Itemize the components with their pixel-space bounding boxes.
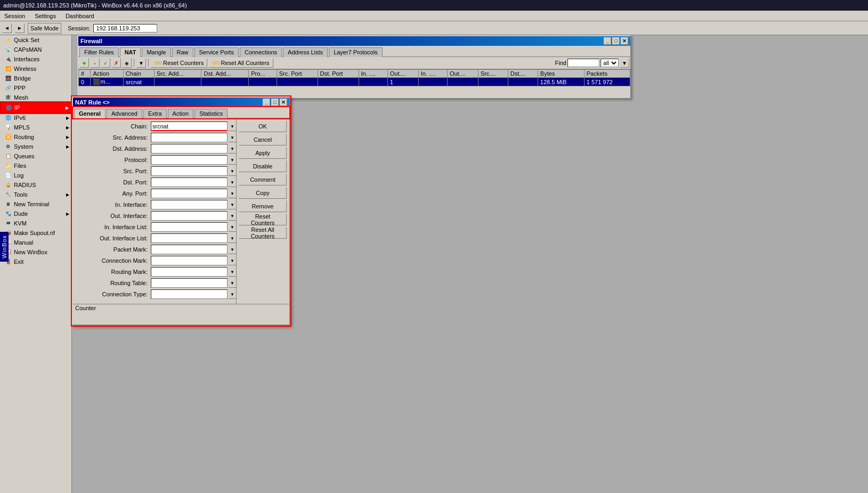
reset-counters-button[interactable]: Reset Counters xyxy=(239,214,287,225)
nat-maximize[interactable]: □ xyxy=(271,99,279,106)
nat-close[interactable]: ✕ xyxy=(280,99,287,106)
out-interface-dropdown-btn[interactable]: ▼ xyxy=(228,211,236,221)
protocol-dropdown-btn[interactable]: ▼ xyxy=(228,155,236,165)
reset-all-counters-button[interactable]: Reset All Counters xyxy=(239,227,287,239)
filter-button[interactable]: ▼ xyxy=(136,58,146,68)
disable-button[interactable]: Disable xyxy=(239,160,287,172)
sidebar-item-log[interactable]: 📄 Log xyxy=(0,171,71,180)
firewall-maximize[interactable]: □ xyxy=(612,37,620,45)
sidebar-item-interfaces[interactable]: 🔌 Interfaces xyxy=(0,54,71,64)
sidebar-item-wireless[interactable]: 📶 Wireless xyxy=(0,64,71,74)
nat-tab-statistics[interactable]: Statistics xyxy=(194,109,228,118)
out-interface-list-dropdown-btn[interactable]: ▼ xyxy=(228,233,236,243)
in-interface-list-input[interactable] xyxy=(151,222,228,232)
src-port-dropdown-btn[interactable]: ▼ xyxy=(228,166,236,176)
copy-rule-button[interactable]: ◈ xyxy=(122,58,132,68)
cancel-button[interactable]: Cancel xyxy=(239,134,287,146)
menu-settings[interactable]: Settings xyxy=(33,12,58,20)
sidebar-item-kvm[interactable]: 💻 KVM xyxy=(0,219,71,228)
sidebar-item-routing[interactable]: 🔀 Routing ▶ xyxy=(0,132,71,142)
routing-table-dropdown-btn[interactable]: ▼ xyxy=(228,278,236,288)
table-row[interactable]: 0 ⬛m... srcnat 1 xyxy=(79,78,630,86)
find-options[interactable]: all xyxy=(601,59,619,67)
connection-mark-dropdown-btn[interactable]: ▼ xyxy=(228,256,236,265)
src-address-input[interactable] xyxy=(151,133,228,142)
firewall-minimize[interactable]: _ xyxy=(604,37,611,45)
src-port-input[interactable] xyxy=(151,166,228,176)
nat-tab-general[interactable]: General xyxy=(74,109,106,118)
routing-mark-dropdown-btn[interactable]: ▼ xyxy=(228,267,236,277)
sidebar-item-quick-set[interactable]: ⚡ Quick Set xyxy=(0,35,71,45)
packet-mark-input[interactable] xyxy=(151,245,228,254)
chain-dropdown-btn[interactable]: ▼ xyxy=(228,122,236,131)
sidebar-item-make-supout[interactable]: 📦 Make Supout.rif xyxy=(0,228,71,238)
tab-layer7-protocols[interactable]: Layer7 Protocols xyxy=(329,47,383,57)
routing-mark-input[interactable] xyxy=(151,267,228,277)
sidebar-item-system[interactable]: ⚙ System ▶ xyxy=(0,142,71,151)
firewall-close[interactable]: ✕ xyxy=(621,37,628,45)
out-interface-list-input[interactable] xyxy=(151,233,228,243)
sidebar-item-dude[interactable]: 🐾 Dude ▶ xyxy=(0,209,71,219)
remove-rule-button[interactable]: - xyxy=(90,58,100,68)
tab-nat[interactable]: NAT xyxy=(120,47,141,57)
in-interface-input[interactable] xyxy=(151,200,228,209)
tab-address-lists[interactable]: Address Lists xyxy=(283,47,328,57)
tab-filter-rules[interactable]: Filter Rules xyxy=(79,47,119,57)
nat-minimize[interactable]: _ xyxy=(263,99,270,106)
menu-dashboard[interactable]: Dashboard xyxy=(63,12,96,20)
sidebar-item-ip[interactable]: 🌐 IP ▶ xyxy=(0,102,71,113)
any-port-dropdown-btn[interactable]: ▼ xyxy=(228,189,236,198)
connection-mark-input[interactable] xyxy=(151,256,228,265)
dst-port-input[interactable] xyxy=(151,177,228,187)
nat-tab-extra[interactable]: Extra xyxy=(143,109,167,118)
tab-service-ports[interactable]: Service Ports xyxy=(194,47,239,57)
tab-mangle[interactable]: Mangle xyxy=(142,47,171,57)
sidebar-item-bridge[interactable]: 🌉 Bridge xyxy=(0,74,71,83)
sidebar-item-capsman[interactable]: 📡 CAPsMAN xyxy=(0,45,71,54)
reset-counters-button[interactable]: OO Reset Counters xyxy=(151,58,207,68)
sidebar-item-tools[interactable]: 🔧 Tools ▶ xyxy=(0,190,71,199)
dst-address-input[interactable] xyxy=(151,144,228,153)
apply-button[interactable]: Apply xyxy=(239,147,287,159)
sidebar-item-exit[interactable]: 🚪 Exit xyxy=(0,257,71,266)
disable-rule-button[interactable]: ✗ xyxy=(111,58,121,68)
chain-input[interactable] xyxy=(151,122,228,131)
sidebar-item-new-winbox[interactable]: 🪟 New WinBox xyxy=(0,247,71,257)
find-dropdown[interactable]: ▼ xyxy=(620,58,629,68)
sidebar-item-ipv6[interactable]: 🌐 IPv6 ▶ xyxy=(0,113,71,123)
sidebar-item-manual[interactable]: 📖 Manual xyxy=(0,238,71,247)
find-input[interactable] xyxy=(567,59,599,67)
session-input[interactable] xyxy=(93,24,157,33)
enable-rule-button[interactable]: ✓ xyxy=(101,58,110,68)
sidebar-item-queues[interactable]: 📋 Queues xyxy=(0,151,71,161)
dst-port-dropdown-btn[interactable]: ▼ xyxy=(228,177,236,187)
sidebar-item-mpls[interactable]: 📊 MPLS ▶ xyxy=(0,123,71,132)
nat-dialog-titlebar[interactable]: NAT Rule <> _ □ ✕ xyxy=(73,98,289,107)
nat-tab-advanced[interactable]: Advanced xyxy=(107,109,142,118)
dst-address-dropdown-btn[interactable]: ▼ xyxy=(228,144,236,153)
nat-tab-action[interactable]: Action xyxy=(168,109,194,118)
remove-button[interactable]: Remove xyxy=(239,200,287,212)
ok-button[interactable]: OK xyxy=(239,120,287,132)
sidebar-item-mesh[interactable]: 🕸 Mesh xyxy=(0,93,71,102)
connection-type-input[interactable] xyxy=(151,289,228,299)
sidebar-item-radius[interactable]: 🔒 RADIUS xyxy=(0,180,71,190)
out-interface-input[interactable] xyxy=(151,211,228,221)
reset-all-counters-button[interactable]: OO Reset All Counters xyxy=(208,58,273,68)
tab-raw[interactable]: Raw xyxy=(172,47,193,57)
safe-mode-button[interactable]: Safe Mode xyxy=(28,23,61,34)
any-port-input[interactable] xyxy=(151,189,228,198)
connection-type-dropdown-btn[interactable]: ▼ xyxy=(228,289,236,299)
src-address-dropdown-btn[interactable]: ▼ xyxy=(228,133,236,142)
tab-connections[interactable]: Connections xyxy=(240,47,282,57)
routing-table-input[interactable] xyxy=(151,278,228,288)
sidebar-item-files[interactable]: 📁 Files xyxy=(0,161,71,171)
firewall-titlebar[interactable]: Firewall _ □ ✕ xyxy=(78,36,630,46)
sidebar-item-ppp[interactable]: 🔗 PPP xyxy=(0,83,71,93)
sidebar-item-new-terminal[interactable]: 🖥 New Terminal xyxy=(0,199,71,209)
in-interface-dropdown-btn[interactable]: ▼ xyxy=(228,200,236,209)
back-button[interactable]: ◄ xyxy=(2,23,12,33)
protocol-input[interactable] xyxy=(151,155,228,165)
menu-session[interactable]: Session xyxy=(2,12,27,20)
copy-button[interactable]: Copy xyxy=(239,187,287,199)
